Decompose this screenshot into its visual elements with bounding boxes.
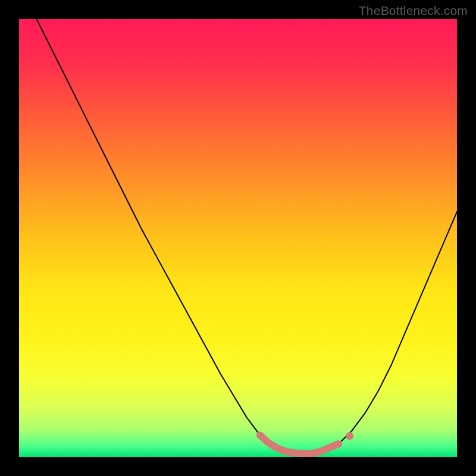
chart-container: TheBottleneck.com <box>0 0 476 476</box>
chart-svg <box>19 19 457 457</box>
plot-area <box>19 19 457 457</box>
watermark-text: TheBottleneck.com <box>359 4 468 18</box>
gradient-background <box>19 19 457 457</box>
highlight-end-dot <box>346 432 353 440</box>
